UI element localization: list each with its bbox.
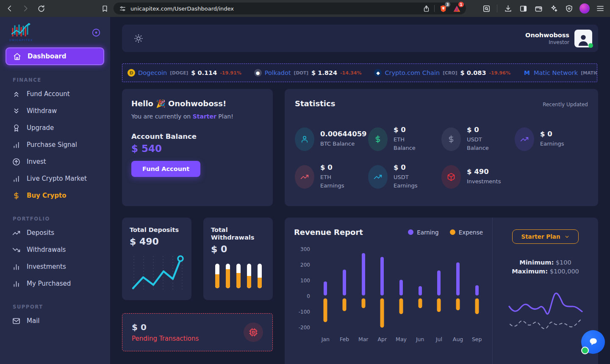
sidebar-item-mail[interactable]: Mail [0, 312, 110, 329]
coin-name: Dogecoin [138, 69, 167, 76]
bar-group-jun [410, 248, 430, 332]
matic-network-coin-icon: M [523, 69, 531, 77]
expense-bar-apr[interactable] [380, 298, 384, 328]
trending-up-icon [515, 127, 534, 151]
deposits-sparkline [130, 253, 185, 295]
brave-shield-icon[interactable]: 3 [438, 3, 448, 14]
plan-select-button[interactable]: Starter Plan [512, 229, 578, 244]
search-tabs-icon[interactable] [482, 4, 491, 13]
sidebar-item-withdraw[interactable]: Withdraw [0, 102, 110, 119]
plan-button-label: Starter Plan [521, 233, 560, 240]
expense-bar-jul[interactable] [437, 298, 441, 312]
theme-toggle-sun-icon[interactable] [134, 34, 143, 43]
expense-bar-feb[interactable] [343, 298, 347, 311]
x-axis-label-may: May [392, 336, 411, 342]
brave-rewards-icon[interactable]: 1 [452, 3, 462, 14]
earning-bar-jun[interactable] [419, 286, 422, 295]
sidebar-item-deposits[interactable]: Deposits [0, 224, 110, 241]
brand-logo[interactable]: UNICAPITEX [9, 22, 33, 42]
earning-bar-sep[interactable] [475, 285, 479, 295]
minimum-value: $100 [554, 259, 571, 266]
expense-bar-jun[interactable] [418, 298, 422, 308]
reload-icon[interactable] [36, 4, 46, 13]
earning-bar-aug[interactable] [456, 262, 460, 295]
menu-icon[interactable] [596, 4, 605, 13]
user-avatar[interactable] [574, 30, 592, 47]
rewards-badge: 1 [458, 2, 464, 7]
chat-widget-button[interactable] [581, 330, 605, 354]
browser-profile-avatar[interactable] [580, 3, 590, 14]
bookmark-icon[interactable] [100, 4, 109, 13]
revenue-legend: EarningExpense [408, 229, 483, 236]
account-balance-value: $ 540 [131, 143, 263, 154]
url-text[interactable]: unicapitex.com/UserDashboard/index [130, 6, 421, 12]
earning-bar-apr[interactable] [380, 257, 384, 295]
sidebar-item-upgrade[interactable]: Upgrade [0, 119, 110, 136]
legend-item-earning: Earning [408, 229, 439, 236]
online-status-dot [588, 43, 593, 48]
sidebar-item-fund-account[interactable]: Fund Account [0, 85, 110, 102]
sidebar-toggle-icon[interactable] [92, 28, 101, 37]
download-icon[interactable] [503, 4, 513, 13]
x-axis-label-apr: Apr [373, 336, 392, 342]
sidebar-item-purchase-signal[interactable]: Purchase Signal [0, 136, 110, 153]
crypto-com-chain-coin-icon: ◆ [374, 69, 382, 77]
sidebar: UNICAPITEX DashboardFINANCEFund AccountW… [0, 17, 110, 364]
expense-bar-jan[interactable] [324, 298, 327, 322]
url-bar[interactable]: unicapitex.com/UserDashboard/index 3 1 [114, 3, 466, 14]
earning-bar-mar[interactable] [362, 253, 365, 295]
chevrons-up-icon [12, 90, 20, 98]
back-icon[interactable] [5, 4, 14, 13]
stat-value: $ 0 [467, 126, 489, 134]
brand-name: UNICAPITEX [9, 39, 33, 42]
expense-bar-sep[interactable] [475, 298, 479, 314]
dollar-icon [441, 127, 461, 151]
forward-icon[interactable] [21, 4, 30, 13]
share-icon[interactable] [421, 4, 431, 13]
earning-bar-jan[interactable] [324, 281, 327, 295]
bar-group-sep [467, 248, 486, 332]
box-icon [441, 165, 461, 189]
sidebar-item-invest[interactable]: Invest [0, 153, 110, 170]
revenue-months: JanFebMarAprMayJunJulAugSep [316, 336, 486, 342]
withdrawal-bar-fill [247, 276, 251, 288]
sidebar-item-buy-crypto[interactable]: Buy Crypto [0, 187, 110, 204]
sidebar-item-my-purchased[interactable]: My Purchased [0, 275, 110, 292]
nav-section-label-portfolio: PORTFOLIO [13, 216, 110, 222]
sidebar-item-dashboard[interactable]: Dashboard [6, 47, 104, 65]
sidebar-panel-icon[interactable] [518, 4, 528, 13]
ticker-item-dogecoin[interactable]: ƉDogecoin[DOGE]$ 0.114-19.91% [128, 69, 241, 77]
vpn-shield-icon[interactable] [564, 4, 574, 13]
bar-chart-2-icon [12, 262, 20, 271]
wallet-icon[interactable] [534, 4, 543, 13]
earning-bar-feb[interactable] [343, 270, 346, 295]
sidebar-item-investments[interactable]: Investments [0, 258, 110, 275]
sidebar-item-withdrawals[interactable]: Withdrawals [0, 241, 110, 258]
greeting-text: Hello 🎉 Onohwoboss! [131, 99, 263, 108]
maximum-value: $100,000 [548, 268, 579, 275]
earning-bar-jul[interactable] [437, 270, 441, 295]
plan-name: Starter [193, 113, 216, 120]
expense-bar-mar[interactable] [361, 298, 365, 308]
site-settings-icon[interactable] [119, 5, 126, 12]
stat-label: Earnings [540, 140, 564, 148]
expense-bar-may[interactable] [399, 298, 403, 314]
candlestick-logo-icon [11, 22, 31, 38]
y-axis-tick: 0 [307, 293, 310, 299]
deposits-title: Total Deposits [130, 226, 184, 234]
ticker-item-polkadot[interactable]: ●Polkadot[DOT]$ 1.824-14.34% [254, 69, 362, 77]
coin-price: $ 0.083 [460, 69, 486, 76]
stat-value: $ 0 [320, 163, 344, 171]
y-axis-tick: 300 [300, 246, 310, 252]
coin-name: Polkadot [265, 69, 291, 76]
expense-bar-aug[interactable] [456, 298, 460, 310]
pending-transactions-card: $ 0 Pending Transactions [122, 313, 273, 351]
topbar: Onohwoboss Investor [122, 25, 598, 52]
sidebar-item-live-crypto-market[interactable]: Live Crypto Market [0, 170, 110, 187]
fund-account-button[interactable]: Fund Account [131, 161, 200, 177]
ticker-item-crypto-com-chain[interactable]: ◆Crypto.com Chain[CRO]$ 0.083-19.96% [374, 69, 510, 77]
ai-sparkles-icon[interactable] [549, 4, 558, 13]
earning-bar-may[interactable] [399, 280, 403, 295]
withdrawal-bar [247, 264, 251, 288]
ticker-item-matic-network[interactable]: MMatic Network[MATIC]$ 0.122-7.10% [523, 69, 597, 77]
